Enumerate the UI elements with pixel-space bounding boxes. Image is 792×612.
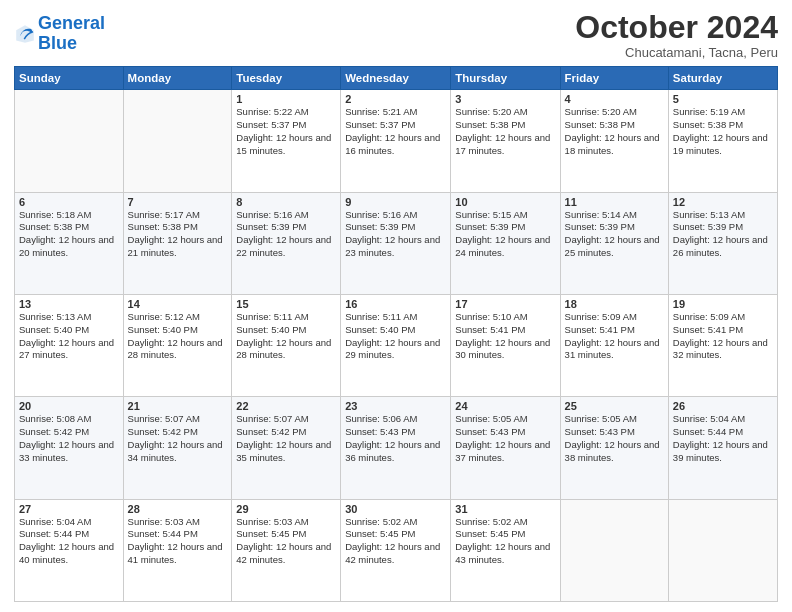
calendar-cell: 6Sunrise: 5:18 AM Sunset: 5:38 PM Daylig… [15, 192, 124, 294]
calendar-cell: 21Sunrise: 5:07 AM Sunset: 5:42 PM Dayli… [123, 397, 232, 499]
cell-info: Sunrise: 5:08 AM Sunset: 5:42 PM Dayligh… [19, 413, 119, 464]
cell-info: Sunrise: 5:13 AM Sunset: 5:39 PM Dayligh… [673, 209, 773, 260]
calendar-cell: 30Sunrise: 5:02 AM Sunset: 5:45 PM Dayli… [341, 499, 451, 601]
cell-info: Sunrise: 5:11 AM Sunset: 5:40 PM Dayligh… [345, 311, 446, 362]
header-row: SundayMondayTuesdayWednesdayThursdayFrid… [15, 67, 778, 90]
day-number: 29 [236, 503, 336, 515]
day-number: 22 [236, 400, 336, 412]
calendar-cell: 23Sunrise: 5:06 AM Sunset: 5:43 PM Dayli… [341, 397, 451, 499]
calendar-cell [668, 499, 777, 601]
cell-info: Sunrise: 5:19 AM Sunset: 5:38 PM Dayligh… [673, 106, 773, 157]
calendar-cell: 11Sunrise: 5:14 AM Sunset: 5:39 PM Dayli… [560, 192, 668, 294]
logo-line1: General [38, 13, 105, 33]
calendar-table: SundayMondayTuesdayWednesdayThursdayFrid… [14, 66, 778, 602]
calendar-header: SundayMondayTuesdayWednesdayThursdayFrid… [15, 67, 778, 90]
weekday-header: Saturday [668, 67, 777, 90]
day-number: 3 [455, 93, 555, 105]
day-number: 5 [673, 93, 773, 105]
logo: General Blue [14, 14, 105, 54]
calendar-cell: 25Sunrise: 5:05 AM Sunset: 5:43 PM Dayli… [560, 397, 668, 499]
day-number: 17 [455, 298, 555, 310]
calendar-cell: 12Sunrise: 5:13 AM Sunset: 5:39 PM Dayli… [668, 192, 777, 294]
cell-info: Sunrise: 5:02 AM Sunset: 5:45 PM Dayligh… [345, 516, 446, 567]
cell-info: Sunrise: 5:14 AM Sunset: 5:39 PM Dayligh… [565, 209, 664, 260]
calendar-week-row: 1Sunrise: 5:22 AM Sunset: 5:37 PM Daylig… [15, 90, 778, 192]
cell-info: Sunrise: 5:03 AM Sunset: 5:45 PM Dayligh… [236, 516, 336, 567]
cell-info: Sunrise: 5:18 AM Sunset: 5:38 PM Dayligh… [19, 209, 119, 260]
calendar-week-row: 13Sunrise: 5:13 AM Sunset: 5:40 PM Dayli… [15, 294, 778, 396]
calendar-cell: 7Sunrise: 5:17 AM Sunset: 5:38 PM Daylig… [123, 192, 232, 294]
calendar-cell: 18Sunrise: 5:09 AM Sunset: 5:41 PM Dayli… [560, 294, 668, 396]
calendar-cell: 9Sunrise: 5:16 AM Sunset: 5:39 PM Daylig… [341, 192, 451, 294]
day-number: 14 [128, 298, 228, 310]
day-number: 26 [673, 400, 773, 412]
calendar-cell [15, 90, 124, 192]
calendar-week-row: 27Sunrise: 5:04 AM Sunset: 5:44 PM Dayli… [15, 499, 778, 601]
weekday-header: Wednesday [341, 67, 451, 90]
day-number: 20 [19, 400, 119, 412]
day-number: 8 [236, 196, 336, 208]
day-number: 27 [19, 503, 119, 515]
calendar-cell: 26Sunrise: 5:04 AM Sunset: 5:44 PM Dayli… [668, 397, 777, 499]
cell-info: Sunrise: 5:09 AM Sunset: 5:41 PM Dayligh… [565, 311, 664, 362]
calendar-week-row: 6Sunrise: 5:18 AM Sunset: 5:38 PM Daylig… [15, 192, 778, 294]
weekday-header: Thursday [451, 67, 560, 90]
month-title: October 2024 [575, 10, 778, 45]
day-number: 24 [455, 400, 555, 412]
calendar-cell: 28Sunrise: 5:03 AM Sunset: 5:44 PM Dayli… [123, 499, 232, 601]
calendar-cell: 15Sunrise: 5:11 AM Sunset: 5:40 PM Dayli… [232, 294, 341, 396]
weekday-header: Friday [560, 67, 668, 90]
calendar-cell: 4Sunrise: 5:20 AM Sunset: 5:38 PM Daylig… [560, 90, 668, 192]
calendar-cell: 29Sunrise: 5:03 AM Sunset: 5:45 PM Dayli… [232, 499, 341, 601]
calendar-cell: 20Sunrise: 5:08 AM Sunset: 5:42 PM Dayli… [15, 397, 124, 499]
day-number: 30 [345, 503, 446, 515]
cell-info: Sunrise: 5:03 AM Sunset: 5:44 PM Dayligh… [128, 516, 228, 567]
day-number: 7 [128, 196, 228, 208]
calendar-cell: 19Sunrise: 5:09 AM Sunset: 5:41 PM Dayli… [668, 294, 777, 396]
day-number: 4 [565, 93, 664, 105]
cell-info: Sunrise: 5:15 AM Sunset: 5:39 PM Dayligh… [455, 209, 555, 260]
cell-info: Sunrise: 5:21 AM Sunset: 5:37 PM Dayligh… [345, 106, 446, 157]
calendar-cell: 22Sunrise: 5:07 AM Sunset: 5:42 PM Dayli… [232, 397, 341, 499]
day-number: 21 [128, 400, 228, 412]
cell-info: Sunrise: 5:20 AM Sunset: 5:38 PM Dayligh… [455, 106, 555, 157]
calendar-body: 1Sunrise: 5:22 AM Sunset: 5:37 PM Daylig… [15, 90, 778, 602]
weekday-header: Sunday [15, 67, 124, 90]
day-number: 23 [345, 400, 446, 412]
weekday-header: Monday [123, 67, 232, 90]
day-number: 18 [565, 298, 664, 310]
day-number: 15 [236, 298, 336, 310]
svg-marker-0 [16, 25, 34, 43]
day-number: 31 [455, 503, 555, 515]
cell-info: Sunrise: 5:07 AM Sunset: 5:42 PM Dayligh… [128, 413, 228, 464]
header: General Blue October 2024 Chucatamani, T… [14, 10, 778, 60]
calendar-cell: 5Sunrise: 5:19 AM Sunset: 5:38 PM Daylig… [668, 90, 777, 192]
cell-info: Sunrise: 5:20 AM Sunset: 5:38 PM Dayligh… [565, 106, 664, 157]
weekday-header: Tuesday [232, 67, 341, 90]
calendar-cell: 27Sunrise: 5:04 AM Sunset: 5:44 PM Dayli… [15, 499, 124, 601]
calendar-cell: 16Sunrise: 5:11 AM Sunset: 5:40 PM Dayli… [341, 294, 451, 396]
title-block: October 2024 Chucatamani, Tacna, Peru [575, 10, 778, 60]
cell-info: Sunrise: 5:17 AM Sunset: 5:38 PM Dayligh… [128, 209, 228, 260]
cell-info: Sunrise: 5:09 AM Sunset: 5:41 PM Dayligh… [673, 311, 773, 362]
day-number: 28 [128, 503, 228, 515]
calendar-cell: 24Sunrise: 5:05 AM Sunset: 5:43 PM Dayli… [451, 397, 560, 499]
cell-info: Sunrise: 5:13 AM Sunset: 5:40 PM Dayligh… [19, 311, 119, 362]
page: General Blue October 2024 Chucatamani, T… [0, 0, 792, 612]
day-number: 6 [19, 196, 119, 208]
day-number: 9 [345, 196, 446, 208]
calendar-cell [123, 90, 232, 192]
day-number: 16 [345, 298, 446, 310]
calendar-cell: 3Sunrise: 5:20 AM Sunset: 5:38 PM Daylig… [451, 90, 560, 192]
calendar-cell: 1Sunrise: 5:22 AM Sunset: 5:37 PM Daylig… [232, 90, 341, 192]
cell-info: Sunrise: 5:06 AM Sunset: 5:43 PM Dayligh… [345, 413, 446, 464]
cell-info: Sunrise: 5:16 AM Sunset: 5:39 PM Dayligh… [236, 209, 336, 260]
day-number: 25 [565, 400, 664, 412]
cell-info: Sunrise: 5:05 AM Sunset: 5:43 PM Dayligh… [455, 413, 555, 464]
cell-info: Sunrise: 5:10 AM Sunset: 5:41 PM Dayligh… [455, 311, 555, 362]
cell-info: Sunrise: 5:16 AM Sunset: 5:39 PM Dayligh… [345, 209, 446, 260]
cell-info: Sunrise: 5:11 AM Sunset: 5:40 PM Dayligh… [236, 311, 336, 362]
subtitle: Chucatamani, Tacna, Peru [575, 45, 778, 60]
logo-text: General Blue [38, 14, 105, 54]
calendar-cell: 8Sunrise: 5:16 AM Sunset: 5:39 PM Daylig… [232, 192, 341, 294]
